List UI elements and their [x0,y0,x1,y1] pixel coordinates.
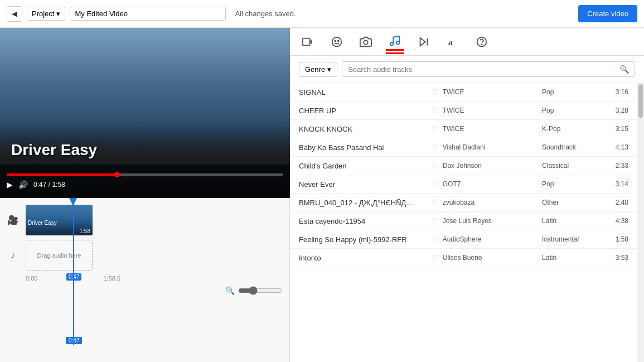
track-duration: 3:53 [608,254,628,262]
toolbar-music-icon[interactable] [386,33,404,51]
track-name: KNOCK KNOCK [299,125,432,133]
audio-track-icon: ♪ [4,250,21,260]
track-favorite-icon[interactable]: ♡ [432,253,443,262]
track-name: BMRU_040_012 - ДЖ,Д°НЄНÑД… [299,199,432,207]
audio-panel: Genre ▾ 🔍 SIGNAL ♡ TWICE Pop 3:16 CHEER … [290,56,644,362]
back-icon: ◀ [12,9,17,18]
track-artist: zvukobaza [443,199,542,206]
video-preview: Driver Easy ▶ 🔊 0:47 / 1:58 [0,28,290,198]
ruler-end-time: 1:58.6 [103,275,120,282]
track-row[interactable]: CHEER UP ♡ TWICE Pop 3:28 [290,102,637,120]
track-duration: 4:38 [608,217,628,225]
svg-point-7 [396,41,400,45]
audio-drop-label: Drag audio here [37,252,81,259]
create-video-button[interactable]: Create video [578,5,637,22]
track-artist: TWICE [443,107,542,114]
track-name: Child's Garden [299,162,432,170]
track-artist: GOT7 [443,180,542,188]
track-duration: 2:40 [608,199,628,206]
track-row[interactable]: Esta cayendo-11954 ♡ Jose Luis Reyes Lat… [290,212,637,230]
svg-point-3 [335,40,336,41]
back-button[interactable]: ◀ [7,6,22,22]
project-dropdown[interactable]: Project ▾ [27,7,65,21]
audio-drop-zone[interactable]: Drag audio here [26,240,93,271]
track-duration: 2:33 [608,162,628,170]
scrollbar[interactable] [637,83,644,362]
track-row[interactable]: Never Ever ♡ GOT7 Pop 3:14 [290,175,637,194]
current-time: 0:47 [33,181,46,189]
main-area: Driver Easy ▶ 🔊 0:47 / 1:58 [0,28,644,362]
video-clip[interactable]: Driver Easy 1:58 [26,205,93,235]
track-name: SIGNAL [299,88,432,96]
zoom-bar: 🔍 [0,284,289,297]
track-genre: K-Pop [542,125,608,133]
ruler-start: 0:00 [26,275,37,282]
track-favorite-icon[interactable]: ♡ [432,235,443,244]
progress-bar[interactable] [7,173,283,176]
video-controls: ▶ 🔊 0:47 / 1:58 [0,165,290,198]
svg-rect-0 [303,38,310,45]
track-duration: 4:13 [608,143,628,151]
play-button[interactable]: ▶ [7,180,13,189]
track-row[interactable]: Child's Garden ♡ Dax Johnson Classical 2… [290,157,637,175]
topbar: ◀ Project ▾ All changes saved. Create vi… [0,0,644,28]
track-artist: Jose Luis Reyes [443,217,542,225]
track-duration: 3:16 [608,88,628,96]
toolbar-help-icon[interactable] [473,33,491,51]
svg-point-6 [390,42,394,46]
track-row[interactable]: SIGNAL ♡ TWICE Pop 3:16 [290,83,637,102]
audio-search-input[interactable] [348,65,616,74]
track-duration: 3:14 [608,180,628,188]
track-artist: Ulises Bueno [443,254,542,262]
track-row[interactable]: KNOCK KNOCK ♡ TWICE K-Pop 3:15 [290,120,637,138]
clip-duration: 1:58 [26,227,93,235]
track-genre: Latin [542,217,608,225]
track-name: Intonto [299,254,432,262]
track-favorite-icon[interactable]: ♡ [432,124,443,133]
track-favorite-icon[interactable]: ♡ [432,143,443,152]
total-time: 1:58 [52,181,65,189]
toolbar-skip-icon[interactable] [415,33,433,51]
toolbar-video-icon[interactable] [299,33,317,51]
zoom-slider[interactable] [238,286,283,295]
track-favorite-icon[interactable]: ♡ [432,216,443,225]
track-row[interactable]: Intonto ♡ Ulises Bueno Latin 3:53 [290,249,637,267]
track-genre: Other [542,199,608,206]
right-panel: a Genre ▾ 🔍 [290,28,644,362]
scrollbar-thumb [638,84,643,118]
track-favorite-icon[interactable]: ♡ [432,88,443,96]
track-favorite-icon[interactable]: ♡ [432,161,443,170]
toolbar-emoji-icon[interactable] [328,33,346,51]
audio-search-row: Genre ▾ 🔍 [290,56,644,83]
track-row[interactable]: Baby Ko Bass Pasand Hai ♡ Vishal Dadlani… [290,138,637,157]
toolbar-text-icon[interactable]: a [444,33,462,51]
track-artist: Vishal Dadlani [443,143,542,151]
track-row[interactable]: BMRU_040_012 - ДЖ,Д°НЄНÑД… ♡ zvukobaza O… [290,194,637,212]
svg-point-5 [364,40,367,44]
track-favorite-icon[interactable]: ♡ [432,198,443,207]
track-genre: Pop [542,180,608,188]
track-artist: Dax Johnson [443,162,542,170]
progress-dot [114,172,120,177]
track-name: CHEER UP [299,107,432,115]
genre-dropdown[interactable]: Genre ▾ [299,62,337,77]
video-track-icon: 🎥 [4,215,21,225]
search-icon: 🔍 [619,65,629,74]
toolbar-camera-icon[interactable] [357,33,375,51]
track-genre: Pop [542,107,608,114]
track-duration: 3:28 [608,107,628,114]
track-favorite-icon[interactable]: ♡ [432,106,443,115]
video-title-overlay: Driver Easy [11,141,97,159]
audio-track: ♪ Drag audio here [0,238,289,273]
track-duration: 1:58 [608,235,628,243]
track-name: Esta cayendo-11954 [299,217,432,225]
saved-message: All changes saved. [235,9,574,18]
video-title-input[interactable] [70,7,226,21]
track-genre: Instrumental [542,235,608,243]
volume-icon[interactable]: 🔊 [18,180,28,189]
current-time-badge: 0:47 [66,273,81,281]
track-favorite-icon[interactable]: ♡ [432,180,443,189]
clip-label: Driver Easy [26,219,93,227]
track-row[interactable]: Feeling So Happy (ml)-5992-RFR ♡ AudioSp… [290,230,637,249]
icon-toolbar: a [290,28,644,56]
